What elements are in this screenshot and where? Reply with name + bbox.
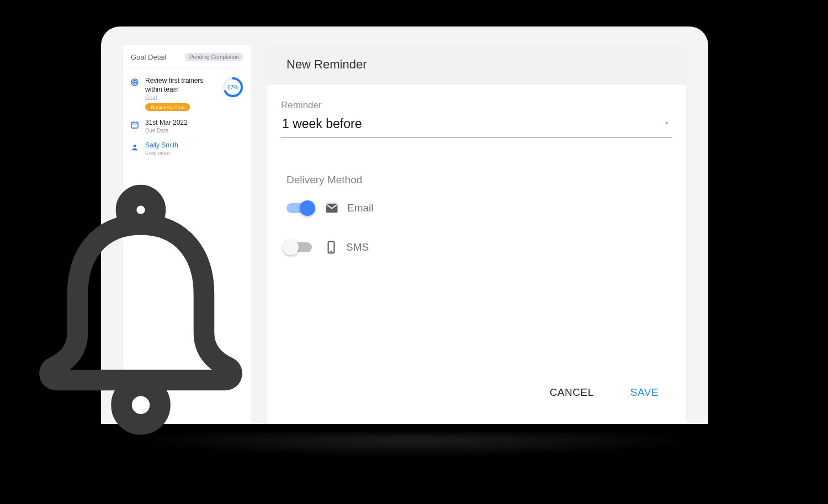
goal-item: Review first trainers within team Goal B…: [130, 76, 245, 111]
goal-sublabel: Goal: [145, 95, 216, 101]
save-button[interactable]: SAVE: [628, 383, 661, 402]
progress-text: 67%: [222, 76, 244, 98]
phone-icon: [324, 240, 338, 254]
app-window: Goal Detail Pending Completion Review fi…: [101, 26, 708, 424]
target-icon: [130, 76, 140, 87]
due-date-label: Due Date: [145, 128, 245, 134]
goal-detail-header: Goal Detail Pending Completion: [130, 51, 245, 68]
employee-link[interactable]: Sally Smith: [145, 141, 245, 149]
goal-name: Review first trainers within team: [145, 76, 216, 94]
employee-item: Sally Smith Employee: [130, 141, 245, 156]
reminder-select[interactable]: 1 week before: [281, 115, 672, 137]
email-toggle-row: Email: [286, 200, 672, 216]
cancel-button[interactable]: CANCEL: [548, 383, 596, 402]
device-shadow: [33, 433, 795, 471]
delivery-method-label: Delivery Method: [286, 174, 672, 186]
mail-icon: [324, 200, 339, 216]
sms-toggle-label: SMS: [346, 241, 369, 253]
reminder-dialog: New Reminder Reminder 1 week before Deli…: [267, 45, 686, 424]
sms-toggle[interactable]: [286, 242, 312, 252]
dialog-actions: CANCEL SAVE: [281, 379, 672, 415]
progress-ring: 67%: [222, 76, 244, 98]
person-icon: [130, 141, 140, 152]
goal-type-chip: Business Goal: [145, 103, 190, 111]
svg-point-9: [134, 145, 136, 147]
email-toggle-label: Email: [347, 202, 374, 214]
reminder-field-label: Reminder: [281, 100, 672, 111]
sms-toggle-row: SMS: [286, 240, 672, 254]
chevron-down-icon: [663, 119, 671, 129]
due-date-value: 31st Mar 2022: [145, 119, 245, 126]
employee-label: Employee: [145, 150, 245, 156]
reminder-select-value: 1 week before: [282, 116, 362, 131]
due-date-item: 31st Mar 2022 Due Date: [130, 119, 245, 134]
status-badge: Pending Completion: [185, 53, 243, 61]
email-toggle[interactable]: [286, 203, 312, 213]
dialog-title: New Reminder: [267, 45, 686, 84]
goal-detail-panel: Goal Detail Pending Completion Review fi…: [123, 45, 251, 424]
calendar-icon: [130, 119, 140, 129]
svg-point-2: [134, 82, 135, 83]
svg-rect-5: [131, 123, 138, 129]
goal-detail-title: Goal Detail: [131, 53, 166, 61]
